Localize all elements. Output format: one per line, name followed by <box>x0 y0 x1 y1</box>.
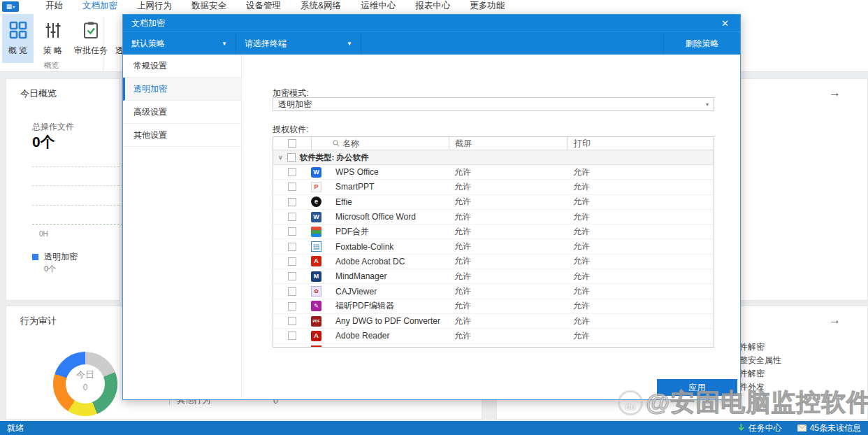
acrobat-dc-icon: A <box>311 256 321 266</box>
ribbon-button-0[interactable]: 概 览 <box>2 14 34 63</box>
menu-item-3[interactable]: 数据安全 <box>182 0 236 14</box>
stat-row-0: 文件解密0 <box>731 341 868 355</box>
print-permission: 允许 <box>567 271 714 283</box>
legend-swatch <box>32 254 38 260</box>
x-axis-tick: 0H <box>39 230 48 238</box>
task-center-item[interactable]: 任务中心 <box>737 422 782 434</box>
table-row-8[interactable]: ✿CAJViewer允许允许 <box>273 284 714 299</box>
audit-donut-chart: 今日 0 <box>53 352 117 416</box>
row-checkbox[interactable] <box>288 213 296 221</box>
row-checkbox[interactable] <box>288 257 296 266</box>
screenshot-permission: 允许 <box>449 196 567 208</box>
row-checkbox[interactable] <box>288 317 296 325</box>
dialog-sidebar-item-1[interactable]: 透明加密 <box>123 78 241 101</box>
row-checkbox[interactable] <box>288 287 296 296</box>
dialog-sidebar-item-0[interactable]: 常规设置 <box>123 55 241 78</box>
table-row-9[interactable]: ✎福昕PDF编辑器允许允许 <box>273 299 714 314</box>
print-permission: 允许 <box>567 300 714 312</box>
screenshot-column-header[interactable]: 截屏 <box>449 137 567 150</box>
menu-item-7[interactable]: 报表中心 <box>405 0 460 14</box>
stat-row-1: 调整安全属性0 <box>731 355 868 368</box>
clipboard-check-icon <box>82 21 100 41</box>
row-checkbox[interactable] <box>288 183 296 191</box>
row-checkbox[interactable] <box>288 168 296 176</box>
today-overview-card: 今日概览 总操作文件 0个 0H 透明加密 0个 <box>6 78 120 301</box>
menu-item-0[interactable]: 开始 <box>36 0 73 14</box>
policy-dropdown[interactable]: 默认策略 ▼ <box>123 32 236 55</box>
name-column-header[interactable]: 名称 <box>311 137 449 150</box>
menu-bar: ▦▾ 开始文档加密上网行为数据安全设备管理系统&网络运维中心报表中心更多功能 <box>0 0 868 13</box>
gridline <box>32 205 126 206</box>
table-row-1[interactable]: PSmartPPT允许允许 <box>273 180 714 194</box>
menu-item-2[interactable]: 上网行为 <box>127 0 182 14</box>
select-all-checkbox[interactable] <box>288 139 296 148</box>
dialog-sidebar-item-3[interactable]: 其他设置 <box>123 124 241 147</box>
chevron-down-icon[interactable]: ∨ <box>278 154 283 161</box>
unread-messages-label: 45条未读信息 <box>810 422 861 434</box>
donut-center-label: 今日 0 <box>53 369 117 392</box>
encryption-mode-select[interactable]: 透明加密 ▾ <box>273 97 714 111</box>
row-checkbox[interactable] <box>288 227 296 236</box>
menu-item-5[interactable]: 系统&网络 <box>291 0 351 14</box>
table-row-10[interactable]: PDFAny DWG to PDF Converter允许允许 <box>273 314 714 329</box>
arrow-right-icon[interactable]: → <box>829 86 841 100</box>
table-row-11[interactable]: AAdobe Reader允许允许 <box>273 329 714 343</box>
group-checkbox[interactable] <box>287 153 296 162</box>
search-icon <box>333 140 340 147</box>
status-ready: 就绪 <box>7 422 24 434</box>
row-checkbox[interactable] <box>288 331 296 340</box>
dialog-sidebar-item-2[interactable]: 高级设置 <box>123 101 241 124</box>
row-checkbox[interactable] <box>288 198 296 206</box>
table-row-3[interactable]: WMicrosoft Office Word允许允许 <box>273 210 714 224</box>
audit-card-title: 行为审计 <box>20 315 57 327</box>
total-files-label: 总操作文件 <box>32 121 74 133</box>
toolbar-spacer <box>361 32 663 55</box>
ribbon-button-2[interactable]: 审批任务 <box>72 14 110 63</box>
screenshot-permission: 允许 <box>449 241 567 252</box>
row-checkbox[interactable] <box>288 272 296 280</box>
table-row-0[interactable]: WWPS Office允许允许 <box>273 165 714 180</box>
screenshot-permission: 允许 <box>449 330 567 342</box>
table-row-2[interactable]: eEffie允许允许 <box>273 195 714 210</box>
row-checkbox[interactable] <box>288 302 296 311</box>
ribbon-button-1[interactable]: 策 略 <box>37 14 68 63</box>
authorized-software-table: 名称 截屏 打印 ∨ 软件类型: 办公软件 WWPS Office允许允许PSm… <box>273 136 714 348</box>
apply-button[interactable]: 应用 <box>657 379 737 396</box>
ribbon-button-label: 概 览 <box>8 45 27 57</box>
task-center-label: 任务中心 <box>748 422 782 434</box>
software-group-row[interactable]: ∨ 软件类型: 办公软件 <box>273 150 714 165</box>
table-row-partial <box>273 344 714 348</box>
table-row-5[interactable]: ▤Foxtable-Colink允许允许 <box>273 239 714 254</box>
arrow-right-icon[interactable]: → <box>829 313 841 327</box>
unread-messages-item[interactable]: 45条未读信息 <box>797 422 861 434</box>
row-checkbox[interactable] <box>288 243 296 251</box>
table-row-6[interactable]: AAdobe Acrobat DC允许允许 <box>273 255 714 269</box>
smartppt-icon: P <box>311 182 321 192</box>
legend-value: 0个 <box>44 264 56 274</box>
app-menu-icon[interactable]: ▦▾ <box>2 1 19 12</box>
decrypt-stats-rows: 文件解密0调整安全属性0邮件解密0文件外发0 <box>731 341 868 394</box>
pdf-merge-icon <box>311 227 321 237</box>
caret-down-icon: ▾ <box>13 4 15 9</box>
close-icon[interactable]: ✕ <box>718 18 732 29</box>
screenshot-permission: 允许 <box>449 226 567 238</box>
grid-icon <box>9 21 27 41</box>
software-name: CAJViewer <box>335 287 449 297</box>
delete-policy-button[interactable]: 删除策略 <box>663 32 740 55</box>
app-window: ▦▾ 开始文档加密上网行为数据安全设备管理系统&网络运维中心报表中心更多功能 概… <box>0 0 868 435</box>
print-column-header[interactable]: 打印 <box>567 137 714 150</box>
menu-item-6[interactable]: 运维中心 <box>351 0 405 14</box>
dialog-body: 常规设置透明加密高级设置其他设置 加密模式: 透明加密 ▾ 授权软件: 名称 <box>123 55 740 399</box>
software-name: 福昕PDF编辑器 <box>335 300 449 312</box>
menu-item-1[interactable]: 文档加密 <box>73 0 127 14</box>
table-row-4[interactable]: PDF合并允许允许 <box>273 224 714 239</box>
gridline <box>32 166 126 167</box>
menu-item-4[interactable]: 设备管理 <box>236 0 291 14</box>
table-row-7[interactable]: MMindManager允许允许 <box>273 269 714 284</box>
wps-office-icon: W <box>311 167 321 178</box>
screenshot-permission: 允许 <box>449 300 567 312</box>
terminal-dropdown[interactable]: 请选择终端 ▼ <box>236 32 361 55</box>
adobe-reader-icon: A <box>311 331 321 341</box>
menu-item-8[interactable]: 更多功能 <box>460 0 514 14</box>
menu-items: 开始文档加密上网行为数据安全设备管理系统&网络运维中心报表中心更多功能 <box>36 0 514 14</box>
